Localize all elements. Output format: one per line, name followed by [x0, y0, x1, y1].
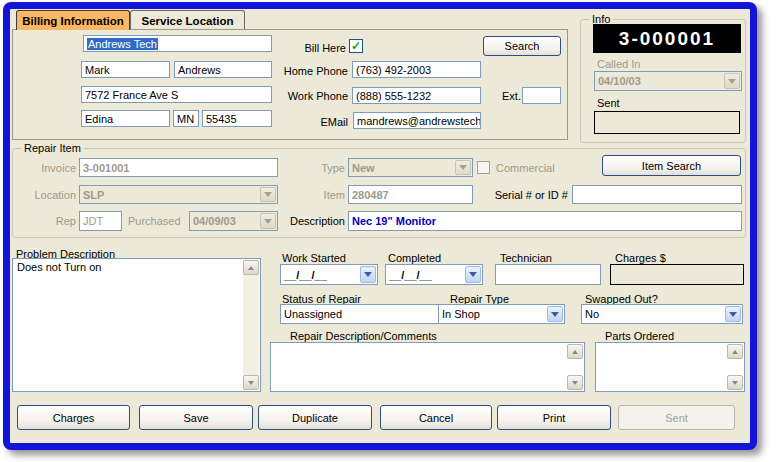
called-in-label: Called In: [597, 58, 640, 70]
repair-type-dropdown-icon[interactable]: [547, 306, 563, 322]
save-button-label: Save: [183, 412, 208, 424]
problem-description-textarea[interactable]: Does not Turn on: [12, 258, 261, 392]
app-window: Billing Information Service Location Com…: [3, 2, 757, 450]
completed-combo[interactable]: __/__/__: [385, 264, 483, 285]
problem-scrollbar[interactable]: [243, 260, 259, 390]
called-in-combo: 04/10/03: [594, 71, 742, 91]
repair-item-group-label: Repair Item: [21, 143, 84, 154]
work-started-combo[interactable]: __/__/__: [280, 264, 378, 285]
type-combo: New: [348, 158, 473, 177]
repair-comments-label: Repair Description/Comments: [290, 330, 437, 342]
invoice-label: Invoice: [14, 162, 76, 174]
save-button[interactable]: Save: [139, 405, 253, 430]
location-label: Location: [14, 189, 76, 201]
swapped-out-dropdown-icon[interactable]: [725, 306, 741, 322]
sent-button-label: Sent: [665, 412, 688, 424]
called-in-value: 04/10/03: [598, 75, 641, 87]
work-phone-input[interactable]: (888) 555-1232: [352, 87, 481, 104]
item-search-button-label: Item Search: [642, 160, 701, 172]
serial-label: Serial # or ID #: [430, 189, 568, 201]
swapped-out-value: No: [585, 308, 599, 320]
check-icon: ✓: [351, 41, 361, 51]
comments-scrollbar[interactable]: [567, 344, 583, 390]
description-value: Nec 19" Monitor: [352, 215, 436, 227]
company-input[interactable]: Andrews Tech: [83, 35, 272, 52]
work-started-dropdown-icon[interactable]: [360, 266, 376, 283]
city-input[interactable]: Edina: [81, 110, 170, 127]
charges-button-label: Charges: [53, 412, 95, 424]
state-input[interactable]: MN: [173, 110, 199, 127]
sent-label: Sent: [597, 97, 620, 109]
serial-input[interactable]: [572, 185, 742, 204]
purchased-value: 04/09/03: [193, 215, 236, 227]
search-button-label: Search: [505, 40, 540, 52]
search-button[interactable]: Search: [483, 36, 561, 56]
tab-billing-information[interactable]: Billing Information: [16, 10, 130, 30]
called-in-dropdown-icon: [724, 73, 740, 89]
email-label: EMail: [260, 116, 348, 128]
type-dropdown-icon: [455, 160, 471, 175]
invoice-field: 3-001001: [79, 158, 278, 177]
scroll-up-icon[interactable]: [727, 344, 743, 359]
duplicate-button[interactable]: Duplicate: [258, 405, 372, 430]
scroll-up-icon[interactable]: [567, 344, 583, 359]
description-input[interactable]: Nec 19" Monitor: [348, 211, 742, 231]
tab-billing-label: Billing Information: [22, 15, 124, 27]
technician-label: Technician: [500, 252, 552, 264]
email-input[interactable]: mandrews@andrewstech: [353, 112, 481, 129]
purchased-label: Purchased: [128, 215, 181, 227]
charges-label: Charges $: [615, 252, 666, 264]
last-name-input[interactable]: Andrews: [174, 61, 272, 78]
status-of-repair-value: Unassigned: [284, 308, 342, 320]
swapped-out-combo[interactable]: No: [581, 304, 743, 324]
item-search-button[interactable]: Item Search: [602, 155, 741, 176]
sent-button: Sent: [618, 405, 735, 430]
commercial-checkbox: [477, 161, 490, 174]
location-dropdown-icon: [260, 187, 276, 202]
charges-button[interactable]: Charges: [17, 405, 130, 430]
completed-label: Completed: [388, 252, 441, 264]
rep-value: JDT: [83, 215, 103, 227]
work-started-value: __/__/__: [284, 269, 327, 281]
ext-input[interactable]: [522, 87, 561, 104]
charges-field: [610, 264, 744, 285]
completed-value: __/__/__: [389, 269, 432, 281]
type-value: New: [352, 162, 375, 174]
bill-here-label: Bill Here: [262, 42, 346, 54]
completed-dropdown-icon[interactable]: [465, 266, 481, 283]
scroll-down-icon[interactable]: [727, 375, 743, 390]
commercial-label: Commercial: [496, 162, 555, 174]
ext-label: Ext.: [502, 90, 521, 102]
parts-scrollbar[interactable]: [727, 344, 743, 390]
scroll-up-icon[interactable]: [243, 260, 259, 275]
technician-input[interactable]: [495, 264, 601, 285]
print-button-label: Print: [543, 412, 566, 424]
company-selected-text: Andrews Tech: [87, 38, 158, 50]
scroll-down-icon[interactable]: [567, 375, 583, 390]
purchased-combo: 04/09/03: [189, 211, 278, 231]
repair-type-value: In Shop: [442, 308, 480, 320]
parts-ordered-textarea[interactable]: [595, 342, 745, 392]
cancel-button[interactable]: Cancel: [380, 405, 492, 430]
item-value: 280487: [352, 189, 389, 201]
work-started-label: Work Started: [282, 252, 346, 264]
home-phone-input[interactable]: (763) 492-2003: [352, 61, 481, 78]
tab-service-label: Service Location: [141, 15, 233, 27]
scroll-down-icon[interactable]: [243, 375, 259, 390]
home-phone-label: Home Phone: [260, 65, 348, 77]
item-label: Item: [297, 189, 345, 201]
first-name-input[interactable]: Mark: [81, 61, 170, 78]
address-input[interactable]: 7572 France Ave S: [81, 86, 272, 103]
sent-value-box: [594, 111, 740, 134]
problem-description-text: Does not Turn on: [17, 261, 101, 273]
print-button[interactable]: Print: [497, 405, 611, 430]
repair-comments-textarea[interactable]: [270, 342, 585, 392]
repair-type-combo[interactable]: In Shop: [438, 304, 565, 324]
invoice-number-display: 3-000001: [593, 24, 741, 53]
location-combo: SLP: [79, 185, 278, 204]
purchased-dropdown-icon: [260, 213, 276, 229]
bill-here-checkbox[interactable]: ✓: [349, 39, 363, 53]
tab-service-location[interactable]: Service Location: [130, 10, 245, 30]
work-phone-label: Work Phone: [260, 90, 348, 102]
parts-ordered-label: Parts Ordered: [605, 330, 674, 342]
